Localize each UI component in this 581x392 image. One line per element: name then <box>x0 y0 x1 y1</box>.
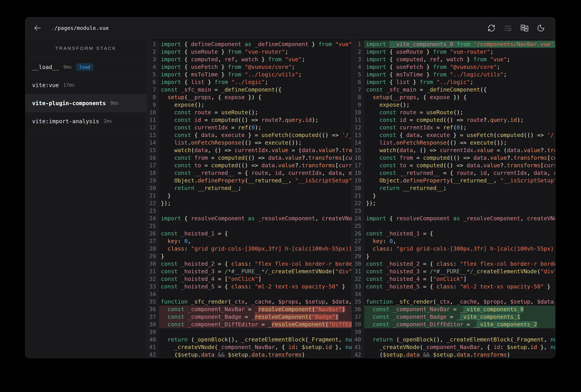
sidebar-item-load[interactable]: __load__0msload <box>26 58 146 76</box>
code-line: 19 Object.defineProperty(__returned__, "… <box>352 177 555 184</box>
code-text: import __vite_components_0 from '/compon… <box>364 40 555 48</box>
code-line: 12 const currentIdx = ref(0); <box>146 124 352 132</box>
code-text: import { useRoute } from "vue-router"; <box>364 48 555 56</box>
code-text: const _component_Badge = _resolveCompone… <box>159 313 352 321</box>
code-text: import { list } from "../logic"; <box>159 78 352 86</box>
code-line: 37 const _component_Badge = __vite_compo… <box>352 313 555 321</box>
code-line: 5import { msToTime } from "../logic/util… <box>146 71 352 78</box>
code-pane-before[interactable]: 1import { defineComponent as _defineComp… <box>146 39 352 358</box>
code-line: 23 <box>146 207 352 215</box>
line-number: 30 <box>352 260 364 268</box>
back-button[interactable] <box>32 23 43 34</box>
code-text: Object.defineProperty(__returned__, "__i… <box>159 177 352 184</box>
line-wrap-icon <box>504 24 512 32</box>
code-text: const to = computed(() => data.value?.tr… <box>159 162 352 169</box>
code-text: return __returned__; <box>159 184 352 192</box>
code-line: 36 const _component_NavBar = _resolveCom… <box>146 306 352 313</box>
moon-icon <box>537 24 545 32</box>
line-number: 26 <box>352 230 364 238</box>
line-number: 13 <box>352 132 364 139</box>
code-text: ($setup.data && $setup.data.transforms) <box>159 351 352 358</box>
code-line: 17 const to = computed(() => data.value?… <box>146 162 352 169</box>
sidebar-item-vite-import-analysis[interactable]: vite:import-analysis2ms <box>26 112 146 130</box>
line-number: 5 <box>352 71 364 78</box>
code-line: 18 const __returned__ = { route, id, cur… <box>352 169 555 177</box>
line-number: 33 <box>352 283 364 290</box>
transform-stack-list: __load__0msloadvite:vue17msvite-plugin-c… <box>26 58 146 130</box>
line-number: 29 <box>146 252 159 260</box>
arrow-left-icon <box>33 24 42 32</box>
code-text: key: 0, <box>159 238 352 245</box>
code-text: const _component_NavBar = __vite_compone… <box>364 306 555 313</box>
code-line: 2import { useRoute } from "vue-router"; <box>352 48 555 56</box>
line-number: 16 <box>146 154 159 162</box>
line-number: 22 <box>352 200 364 207</box>
code-text: const _sfc_main = _defineComponent({ <box>364 86 555 94</box>
header-actions <box>487 24 545 32</box>
line-number: 7 <box>352 86 364 94</box>
code-text: const _component_DiffEditor = __vite_com… <box>364 321 555 328</box>
line-number: 11 <box>146 116 159 124</box>
code-text: const _hoisted_1 = { <box>364 230 555 238</box>
code-text: const _hoisted_3 = /*#__PURE__*/_createE… <box>159 268 352 275</box>
line-number: 15 <box>352 146 364 154</box>
dark-mode-button[interactable] <box>536 24 545 32</box>
line-number: 17 <box>146 162 159 169</box>
line-number: 36 <box>146 306 159 313</box>
code-text <box>159 328 352 336</box>
code-text <box>159 207 352 215</box>
code-line: 11 const id = computed(() => route?.quer… <box>352 116 555 124</box>
code-text: const _hoisted_1 = { <box>159 230 352 238</box>
code-pane-after[interactable]: 1import __vite_components_0 from '/compo… <box>352 39 555 358</box>
line-number: 10 <box>146 109 159 116</box>
line-number: 12 <box>352 124 364 132</box>
line-number: 8 <box>146 94 159 101</box>
refresh-button[interactable] <box>487 24 496 32</box>
code-text: }); <box>364 200 555 207</box>
line-number: 9 <box>352 101 364 109</box>
code-text <box>364 207 555 215</box>
code-line: 25 <box>146 222 352 230</box>
line-wrap-button[interactable] <box>504 24 512 32</box>
code-line: 24import { resolveComponent as _resolveC… <box>146 215 352 222</box>
line-number: 37 <box>352 313 364 321</box>
code-line: 38 const _component_DiffEditor = __vite_… <box>352 321 555 328</box>
line-number: 39 <box>146 328 159 336</box>
sidebar-item-vite-vue[interactable]: vite:vue17ms <box>26 76 146 94</box>
line-number: 13 <box>146 132 159 139</box>
code-text: import { msToTime } from "../logic/utils… <box>364 71 555 78</box>
line-number: 19 <box>146 177 159 184</box>
line-number: 35 <box>146 298 159 306</box>
code-line: 15 watch(data, () => currentIdx.value = … <box>146 146 352 154</box>
code-line: 29} <box>146 252 352 260</box>
line-number: 38 <box>352 321 364 328</box>
line-number: 21 <box>146 192 159 200</box>
code-line: 26const _hoisted_1 = { <box>146 230 352 238</box>
diff-panels-button[interactable] <box>520 24 529 32</box>
code-line: 40 return (_openBlock(), _createElementB… <box>352 336 555 344</box>
line-number: 14 <box>146 139 159 146</box>
code-line: 33const _hoisted_5 = { class: "ml-2 text… <box>146 283 352 290</box>
line-number: 20 <box>352 184 364 192</box>
code-text: return (_openBlock(), _createElementBloc… <box>159 336 352 344</box>
code-line: 7const _sfc_main = _defineComponent({ <box>352 86 555 94</box>
code-line: 27 key: 0, <box>146 238 352 245</box>
code-line: 21 } <box>352 192 555 200</box>
code-line: 2import { useRoute } from "vue-router"; <box>146 48 352 56</box>
code-text <box>364 328 555 336</box>
code-text: const _component_DiffEditor = _resolveCo… <box>159 321 352 328</box>
code-line: 13 const { data, execute } = useFetch(co… <box>146 132 352 139</box>
line-number: 25 <box>146 222 159 230</box>
code-text: const { data, execute } = useFetch(compu… <box>159 132 352 139</box>
code-line: 19 Object.defineProperty(__returned__, "… <box>146 177 352 184</box>
plugin-time: 17ms <box>63 82 75 88</box>
line-number: 18 <box>146 169 159 177</box>
code-line: 14 list.onFetchResponse(() => execute())… <box>352 139 555 146</box>
line-number: 12 <box>146 124 159 132</box>
code-line: 31const _hoisted_3 = /*#__PURE__*/_creat… <box>146 268 352 275</box>
code-line: 6import { list } from "../logic"; <box>146 78 352 86</box>
page-title: ./pages/module.vue <box>51 25 109 31</box>
code-text: function _sfc_render(_ctx, _cache, $prop… <box>159 298 352 306</box>
sidebar-item-vite-plugin-components[interactable]: vite-plugin-components0ms <box>26 94 146 112</box>
code-line: 16 const from = computed(() => data.valu… <box>146 154 352 162</box>
